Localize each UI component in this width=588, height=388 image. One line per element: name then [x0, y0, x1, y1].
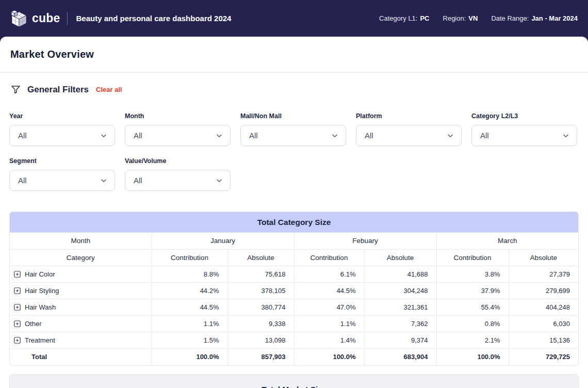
value-cell: 1.4%	[294, 332, 364, 348]
filter-label-platform: Platform	[356, 112, 462, 120]
chevron-down-icon	[216, 132, 223, 139]
header-meta-value: PC	[420, 14, 429, 22]
value-cell: 44.5%	[152, 299, 227, 315]
filter-value-value-volume: All	[134, 176, 216, 185]
page-header: Market Overview	[0, 37, 588, 73]
category-name: Hair Wash	[25, 303, 56, 311]
total-label-cell: Total	[10, 348, 152, 365]
category-name: Hair Color	[25, 270, 55, 278]
chevron-down-icon	[331, 132, 338, 139]
value-cell: 9,338	[227, 315, 294, 332]
subheader-row: Category ContributionAbsoluteContributio…	[10, 249, 578, 266]
filter-dropdown-category-l2-l3[interactable]: All	[471, 125, 577, 146]
subheader-absolute-2: Absolute	[509, 249, 578, 266]
table-row: Hair Wash44.5%380,77447.0%321,36155.4%40…	[10, 299, 578, 315]
value-cell: 0.8%	[436, 315, 509, 332]
chevron-down-icon	[100, 177, 107, 184]
filter-category-l2-l3: Category L2/L3All	[471, 112, 577, 146]
filter-segment: SegmentAll	[9, 157, 115, 191]
value-cell: 6,030	[509, 315, 578, 332]
category-cell: Hair Wash	[10, 299, 152, 315]
value-cell: 37.9%	[436, 282, 509, 299]
category-table-title: Total Category Size	[10, 212, 578, 233]
value-cell: 13,098	[227, 332, 294, 348]
filters-section-title: General Filters	[27, 85, 89, 95]
value-cell: 1.1%	[152, 315, 227, 332]
total-value-cell: 857,903	[227, 348, 294, 365]
chevron-down-icon	[216, 177, 223, 184]
total-row: Total100.0%857,903100.0%683,904100.0%729…	[10, 348, 578, 365]
filter-value-month: All	[134, 131, 216, 140]
filter-dropdown-month[interactable]: All	[125, 125, 231, 146]
market-table-title: Total Market Size	[10, 375, 578, 388]
header-meta-2: Date Range:Jan - Mar 2024	[491, 14, 578, 22]
category-cell: Hair Styling	[10, 282, 152, 299]
category-name: Hair Styling	[25, 287, 59, 295]
category-name: Treatment	[25, 336, 55, 344]
total-value-cell: 100.0%	[152, 348, 227, 365]
month-header-row: Month January Febuary March	[10, 233, 578, 249]
expand-row-icon[interactable]	[14, 337, 21, 344]
chevron-down-icon	[562, 132, 569, 139]
value-cell: 41,688	[364, 266, 436, 282]
expand-row-icon[interactable]	[14, 271, 21, 278]
total-market-size-card: Total Market Size	[9, 374, 579, 388]
value-cell: 27,379	[509, 266, 578, 282]
value-cell: 380,774	[227, 299, 294, 315]
header-meta-1: Region:VN	[443, 14, 478, 22]
table-row: Other1.1%9,3381.1%7,3620.8%6,030	[10, 315, 578, 332]
value-cell: 15,136	[509, 332, 578, 348]
expand-row-icon[interactable]	[14, 287, 21, 294]
total-value-cell: 100.0%	[436, 348, 509, 365]
value-cell: 321,361	[364, 299, 436, 315]
value-cell: 55.4%	[436, 299, 509, 315]
expand-row-icon[interactable]	[14, 320, 21, 327]
filter-dropdown-platform[interactable]: All	[356, 125, 462, 146]
category-cell: Treatment	[10, 332, 152, 348]
filter-dropdown-value-volume[interactable]: All	[125, 170, 231, 191]
filter-label-segment: Segment	[9, 157, 115, 165]
topbar-meta: Category L1:PCRegion:VNDate Range:Jan - …	[379, 14, 578, 22]
filter-label-year: Year	[9, 112, 115, 120]
value-cell: 1.5%	[152, 332, 227, 348]
month-febuary: Febuary	[294, 233, 436, 249]
total-category-size-card: Total Category Size Month January Febuar…	[9, 212, 579, 366]
filter-funnel-icon	[10, 84, 21, 95]
value-cell: 1.1%	[294, 315, 364, 332]
value-cell: 9,374	[364, 332, 436, 348]
clear-all-button[interactable]: Clear all	[96, 86, 122, 93]
table-row: Hair Styling44.2%378,10544.5%304,24837.9…	[10, 282, 578, 299]
value-cell: 7,362	[364, 315, 436, 332]
filter-dropdown-year[interactable]: All	[9, 125, 115, 146]
month-january: January	[152, 233, 294, 249]
category-header-cell: Category	[10, 249, 152, 266]
subheader-absolute-0: Absolute	[227, 249, 294, 266]
total-value-cell: 100.0%	[294, 348, 364, 365]
month-header-cell: Month	[10, 233, 152, 249]
filter-label-category-l2-l3: Category L2/L3	[471, 112, 577, 120]
filter-value-segment: All	[18, 176, 100, 185]
filter-value-platform: All	[365, 131, 447, 140]
value-cell: 75,618	[227, 266, 294, 282]
subheader-contribution-0: Contribution	[152, 249, 227, 266]
category-name: Other	[25, 320, 42, 328]
filter-label-value-volume: Value/Volume	[125, 157, 231, 165]
page-title: Market Overview	[10, 48, 94, 60]
value-cell: 44.5%	[294, 282, 364, 299]
chevron-down-icon	[100, 132, 107, 139]
filter-dropdown-mall-non-mall[interactable]: All	[240, 125, 346, 146]
subheader-contribution-1: Contribution	[294, 249, 364, 266]
value-cell: 47.0%	[294, 299, 364, 315]
value-cell: 378,105	[227, 282, 294, 299]
top-bar: cube Beauty and personal care dashboard …	[0, 0, 588, 37]
expand-row-icon[interactable]	[14, 304, 21, 311]
filter-platform: PlatformAll	[356, 112, 462, 146]
filter-value-year: All	[18, 131, 100, 140]
main-content: Market Overview General Filters Clear al…	[0, 37, 588, 388]
month-march: March	[436, 233, 578, 249]
topbar-divider	[67, 12, 68, 25]
filter-dropdown-segment[interactable]: All	[9, 170, 115, 191]
value-cell: 8.8%	[152, 266, 227, 282]
subheader-contribution-2: Contribution	[436, 249, 509, 266]
category-table: Month January Febuary March Category Con…	[10, 233, 578, 365]
